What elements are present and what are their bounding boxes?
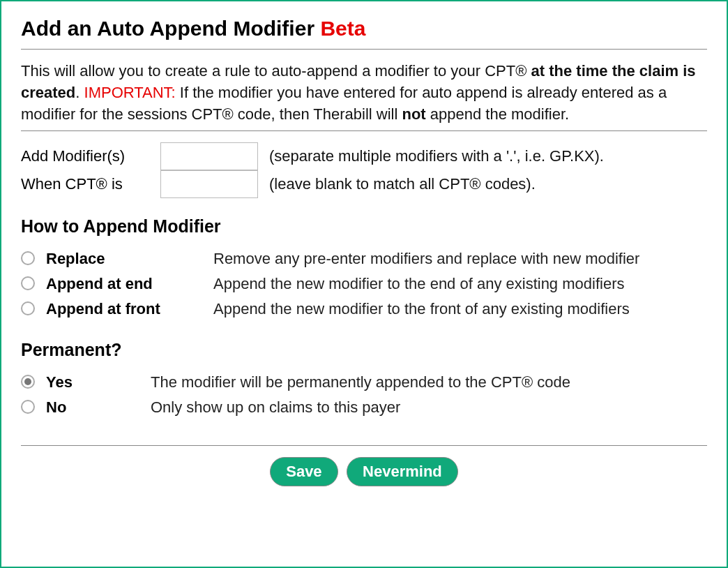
add-modifier-input[interactable] — [160, 142, 258, 170]
intro-important: IMPORTANT: — [84, 84, 176, 101]
page-title: Add an Auto Append Modifier Beta — [21, 17, 707, 40]
option-desc: Remove any pre-enter modifiers and repla… — [213, 250, 639, 267]
when-cpt-input[interactable] — [160, 170, 258, 198]
intro-part: This will allow you to create a rule to … — [21, 62, 531, 80]
option-label: Append at end — [46, 275, 153, 292]
modifier-fields: Add Modifier(s) (separate multiple modif… — [21, 142, 604, 198]
title-beta: Beta — [320, 17, 365, 40]
radio-append-end[interactable] — [21, 276, 35, 290]
when-cpt-hint: (leave blank to match all CPT® codes). — [269, 175, 536, 193]
intro-bold-2: not — [402, 105, 425, 123]
save-button[interactable]: Save — [270, 457, 338, 486]
radio-replace[interactable] — [21, 251, 35, 265]
option-desc: Append the new modifier to the front of … — [213, 300, 630, 317]
divider-2 — [21, 130, 707, 131]
radio-append-front[interactable] — [21, 301, 35, 315]
dialog: Add an Auto Append Modifier Beta This wi… — [0, 0, 728, 568]
intro-part: append the modifier. — [426, 105, 569, 123]
title-main: Add an Auto Append Modifier — [21, 17, 320, 40]
option-desc: Only show up on claims to this payer — [151, 398, 400, 416]
option-label: Append at front — [46, 300, 160, 317]
radio-permanent-yes[interactable] — [21, 375, 35, 389]
option-label: Yes — [46, 373, 73, 391]
option-desc: Append the new modifier to the end of an… — [213, 275, 624, 292]
divider-3 — [21, 445, 707, 446]
add-modifier-label: Add Modifier(s) — [21, 147, 125, 165]
permanent-options: Yes The modifier will be permanently app… — [21, 370, 707, 420]
add-modifier-hint: (separate multiple modifiers with a '.',… — [269, 147, 604, 165]
permanent-heading: Permanent? — [21, 340, 707, 360]
how-append-heading: How to Append Modifier — [21, 216, 707, 237]
option-label: No — [46, 398, 66, 416]
when-cpt-label: When CPT® is — [21, 175, 123, 193]
radio-permanent-no[interactable] — [21, 400, 35, 414]
divider-1 — [21, 49, 707, 50]
intro-part: . — [75, 84, 84, 101]
button-bar: Save Nevermind — [21, 457, 707, 486]
nevermind-button[interactable]: Nevermind — [347, 457, 458, 486]
how-append-options: Replace Remove any pre-enter modifiers a… — [21, 246, 707, 322]
option-desc: The modifier will be permanently appende… — [151, 373, 570, 391]
intro-text: This will allow you to create a rule to … — [21, 61, 707, 125]
option-label: Replace — [46, 250, 105, 267]
